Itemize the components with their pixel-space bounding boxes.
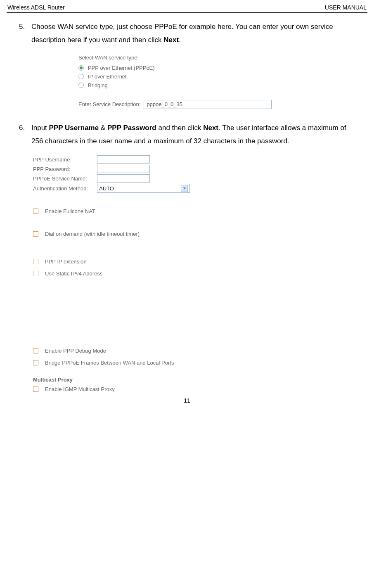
ppp-settings-figure: PPP Username: PPP Password: PPPoE Servic… bbox=[33, 155, 357, 392]
radio-ipoe[interactable] bbox=[78, 74, 84, 79]
radio-pppoe-label: PPP over Ethernet (PPPoE) bbox=[88, 65, 155, 71]
fullcone-nat-row[interactable]: Enable Fullcone NAT bbox=[33, 208, 357, 214]
dial-on-demand-checkbox[interactable] bbox=[33, 231, 38, 237]
step-6-body: Input PPP Username & PPP Password and th… bbox=[31, 121, 357, 148]
auth-method-label: Authentication Method: bbox=[33, 185, 97, 192]
ppp-ip-ext-checkbox[interactable] bbox=[33, 259, 38, 264]
bridge-pppoe-checkbox[interactable] bbox=[33, 360, 38, 365]
radio-bridging[interactable] bbox=[78, 83, 84, 88]
multicast-proxy-heading: Multicast Proxy bbox=[33, 377, 357, 383]
ppp-password-row: PPP Password: bbox=[33, 165, 357, 173]
header-rule bbox=[7, 12, 367, 13]
ppp-ip-ext-label: PPP IP extension bbox=[45, 258, 87, 265]
radio-ipoe-label: IP over Ethernet bbox=[88, 74, 127, 80]
bridge-pppoe-row[interactable]: Bridge PPPoE Frames Between WAN and Loca… bbox=[33, 360, 357, 366]
auth-method-value: AUTO bbox=[99, 185, 114, 192]
auth-method-select[interactable]: AUTO bbox=[97, 184, 190, 193]
header-right: USER MANUAL bbox=[325, 4, 367, 11]
igmp-proxy-label: Enable IGMP Multicast Proxy bbox=[45, 386, 115, 392]
bridge-pppoe-label: Bridge PPPoE Frames Between WAN and Loca… bbox=[45, 360, 174, 366]
dial-on-demand-row[interactable]: Dial on demand (with idle timeout timer) bbox=[33, 231, 357, 237]
radio-bridging-row[interactable]: Bridging bbox=[78, 82, 357, 88]
ppp-username-row: PPP Username: bbox=[33, 155, 357, 164]
radio-pppoe[interactable] bbox=[78, 65, 84, 71]
service-description-label: Enter Service Description: bbox=[78, 101, 140, 107]
ppp-password-label: PPP Password: bbox=[33, 166, 97, 172]
ppp-username-input[interactable] bbox=[97, 155, 150, 164]
ppp-password-input[interactable] bbox=[97, 165, 150, 173]
pppoe-service-input[interactable] bbox=[97, 174, 150, 183]
fullcone-nat-label: Enable Fullcone NAT bbox=[45, 208, 95, 214]
page-header: Wireless ADSL Router USER MANUAL bbox=[0, 0, 374, 12]
service-description-row: Enter Service Description: bbox=[78, 100, 357, 109]
pppoe-service-label: PPPoE Service Name: bbox=[33, 175, 97, 182]
step-6: 6. Input PPP Username & PPP Password and… bbox=[17, 121, 357, 148]
static-ipv4-label: Use Static IPv4 Address bbox=[45, 270, 102, 277]
fullcone-nat-checkbox[interactable] bbox=[33, 209, 38, 214]
step-5: 5. Choose WAN service type, just choose … bbox=[17, 20, 357, 47]
auth-method-row: Authentication Method: AUTO bbox=[33, 184, 357, 193]
dial-on-demand-label: Dial on demand (with idle timeout timer) bbox=[45, 231, 140, 237]
service-description-input[interactable] bbox=[144, 100, 272, 109]
chevron-down-icon[interactable] bbox=[181, 185, 188, 192]
step-5-number: 5. bbox=[17, 20, 31, 47]
static-ipv4-checkbox[interactable] bbox=[33, 271, 38, 276]
radio-ipoe-row[interactable]: IP over Ethernet bbox=[78, 74, 357, 80]
static-ipv4-row[interactable]: Use Static IPv4 Address bbox=[33, 270, 357, 277]
ppp-ip-ext-row[interactable]: PPP IP extension bbox=[33, 258, 357, 265]
igmp-proxy-checkbox[interactable] bbox=[33, 386, 38, 392]
page-number: 11 bbox=[0, 397, 374, 407]
wan-type-label: Select WAN service type: bbox=[78, 55, 357, 61]
wan-service-figure: Select WAN service type: PPP over Ethern… bbox=[78, 55, 357, 109]
ppp-debug-checkbox[interactable] bbox=[33, 348, 38, 353]
igmp-proxy-row[interactable]: Enable IGMP Multicast Proxy bbox=[33, 386, 357, 392]
ppp-debug-label: Enable PPP Debug Mode bbox=[45, 348, 106, 354]
step-6-number: 6. bbox=[17, 121, 31, 148]
ppp-username-label: PPP Username: bbox=[33, 156, 97, 163]
radio-pppoe-row[interactable]: PPP over Ethernet (PPPoE) bbox=[78, 65, 357, 71]
radio-bridging-label: Bridging bbox=[88, 82, 108, 88]
header-left: Wireless ADSL Router bbox=[7, 4, 65, 11]
ppp-debug-row[interactable]: Enable PPP Debug Mode bbox=[33, 348, 357, 354]
step-5-body: Choose WAN service type, just choose PPP… bbox=[31, 20, 357, 47]
pppoe-service-row: PPPoE Service Name: bbox=[33, 174, 357, 183]
